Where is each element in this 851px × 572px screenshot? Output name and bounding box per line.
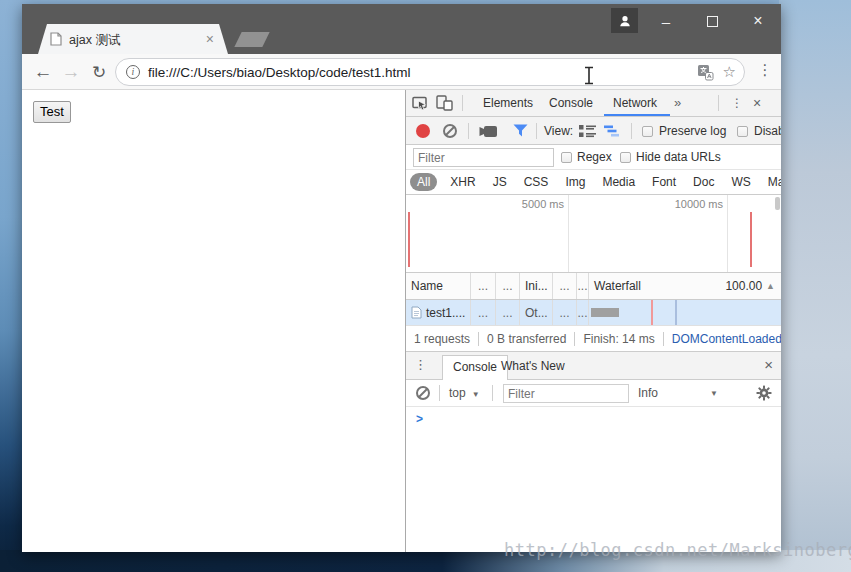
load-event-line — [408, 212, 410, 267]
chip-media[interactable]: Media — [598, 173, 639, 191]
disable-cache-checkbox[interactable] — [737, 126, 748, 137]
column-initiator[interactable]: Ini... — [520, 273, 553, 299]
window-maximize-button[interactable] — [700, 10, 724, 32]
titlebar: ajax 测试 × – × — [22, 4, 781, 54]
page-favicon-icon — [50, 32, 62, 46]
request-cell-1[interactable]: ... — [471, 300, 496, 325]
summary-finish: Finish: 14 ms — [575, 332, 663, 346]
console-log-area[interactable]: > — [406, 407, 781, 552]
tab-network[interactable]: Network — [613, 90, 657, 116]
console-prompt-chevron[interactable]: > — [416, 412, 423, 426]
regex-checkbox[interactable] — [561, 152, 572, 163]
tab-elements[interactable]: Elements — [483, 90, 533, 116]
clear-console-icon[interactable] — [416, 386, 430, 400]
more-tabs-icon[interactable]: » — [674, 90, 681, 116]
preserve-log-checkbox[interactable] — [642, 126, 653, 137]
inspect-element-icon[interactable] — [412, 95, 429, 112]
chip-doc[interactable]: Doc — [689, 173, 718, 191]
chrome-menu-icon[interactable]: ⋮ — [755, 61, 775, 79]
back-button[interactable]: ← — [30, 59, 56, 85]
profile-avatar-button[interactable] — [611, 8, 638, 33]
waterfall-bar — [591, 308, 619, 317]
translate-icon[interactable] — [697, 64, 714, 81]
context-label: top — [449, 386, 466, 400]
forward-button[interactable]: → — [58, 59, 84, 85]
console-filter-input[interactable] — [503, 384, 629, 403]
console-settings-gear-icon[interactable] — [756, 385, 772, 401]
console-level-select[interactable]: Info▼ — [638, 380, 718, 407]
url-text[interactable]: file:///C:/Users/biao/Desktop/code/test1… — [148, 65, 411, 80]
record-button[interactable] — [416, 124, 430, 138]
divider — [468, 123, 469, 139]
hide-data-urls-label[interactable]: Hide data URLs — [636, 145, 721, 170]
new-tab-button[interactable] — [234, 32, 269, 47]
page-info-icon[interactable]: i — [126, 65, 140, 79]
column-collapsed-1[interactable]: ... — [471, 273, 496, 299]
column-collapsed-5[interactable]: ... — [577, 273, 589, 299]
reload-button[interactable]: ↻ — [86, 59, 112, 85]
chip-img[interactable]: Img — [561, 173, 589, 191]
devtools-tabbar: Elements Console Network » ⋮ × — [406, 90, 781, 117]
show-overview-icon[interactable] — [604, 124, 620, 138]
column-name[interactable]: Name — [406, 273, 471, 299]
request-cell-5[interactable]: ... — [577, 300, 589, 325]
devtools-close-icon[interactable]: × — [753, 90, 761, 116]
chip-all[interactable]: All — [410, 173, 437, 191]
browser-tab[interactable]: ajax 测试 × — [38, 24, 228, 54]
divider — [536, 123, 537, 139]
chip-css[interactable]: CSS — [520, 173, 553, 191]
request-cell-4[interactable]: ... — [553, 300, 577, 325]
drawer-tab-console[interactable]: Console — [442, 355, 508, 380]
request-cell-2[interactable]: ... — [496, 300, 520, 325]
regex-label[interactable]: Regex — [577, 145, 612, 170]
drawer-close-icon[interactable]: × — [764, 356, 773, 373]
network-overview[interactable]: 5000 ms 10000 ms — [406, 195, 781, 273]
chip-xhr[interactable]: XHR — [446, 173, 479, 191]
overview-scrollbar-thumb[interactable] — [775, 197, 780, 210]
tick-5000ms: 5000 ms — [522, 198, 564, 210]
document-icon — [411, 306, 422, 319]
gridline-10000ms — [727, 195, 728, 272]
device-toolbar-icon[interactable] — [436, 95, 453, 111]
large-rows-icon[interactable] — [579, 124, 596, 138]
console-toolbar: top▼ Info▼ — [406, 380, 781, 407]
divider — [492, 385, 493, 401]
drawer-tab-whats-new[interactable]: What's New — [501, 352, 565, 380]
column-collapsed-2[interactable]: ... — [496, 273, 520, 299]
request-name-cell[interactable]: test1.... — [406, 300, 471, 325]
filter-funnel-icon[interactable] — [513, 124, 528, 137]
hide-data-urls-checkbox[interactable] — [620, 152, 631, 163]
chip-js[interactable]: JS — [489, 173, 511, 191]
bookmark-star-icon[interactable]: ☆ — [723, 63, 736, 81]
chip-ws[interactable]: WS — [727, 173, 754, 191]
maximize-icon — [707, 16, 718, 27]
level-label: Info — [638, 380, 658, 407]
network-filter-input[interactable] — [413, 148, 554, 167]
column-waterfall[interactable]: Waterfall 100.00 ▲ — [589, 273, 781, 299]
chip-font[interactable]: Font — [648, 173, 680, 191]
tab-title: ajax 测试 — [69, 32, 199, 49]
preserve-log-label[interactable]: Preserve log — [659, 117, 726, 145]
tab-close-icon[interactable]: × — [206, 31, 214, 47]
address-bar[interactable]: i file:///C:/Users/biao/Desktop/code/tes… — [115, 58, 745, 86]
browser-window: ajax 测试 × – × ← → ↻ i file:///C:/Users/b… — [22, 4, 781, 552]
column-collapsed-4[interactable]: ... — [553, 273, 577, 299]
drawer-menu-icon[interactable]: ⋮ — [414, 357, 427, 372]
request-row[interactable]: test1.... ... ... Ot... ... ... — [406, 300, 781, 326]
clear-requests-icon[interactable] — [443, 124, 457, 138]
text-cursor-pointer — [583, 66, 595, 85]
test-button[interactable]: Test — [33, 101, 71, 123]
active-tab-underline — [604, 114, 670, 116]
window-close-button[interactable]: × — [746, 10, 770, 32]
tab-console[interactable]: Console — [549, 90, 593, 116]
screenshot-camera-icon[interactable] — [479, 125, 500, 138]
chip-manifest[interactable]: Manifest — [764, 173, 781, 191]
console-context-select[interactable]: top▼ — [449, 380, 480, 408]
browser-toolbar: ← → ↻ i file:///C:/Users/biao/Desktop/co… — [22, 54, 781, 90]
window-minimize-button[interactable]: – — [654, 10, 678, 32]
page-viewport: Test — [22, 90, 405, 552]
request-waterfall-cell[interactable] — [589, 300, 781, 325]
request-initiator[interactable]: Ot... — [520, 300, 553, 325]
disable-cache-label[interactable]: Disable cache — [754, 117, 781, 145]
devtools-menu-icon[interactable]: ⋮ — [731, 90, 743, 116]
